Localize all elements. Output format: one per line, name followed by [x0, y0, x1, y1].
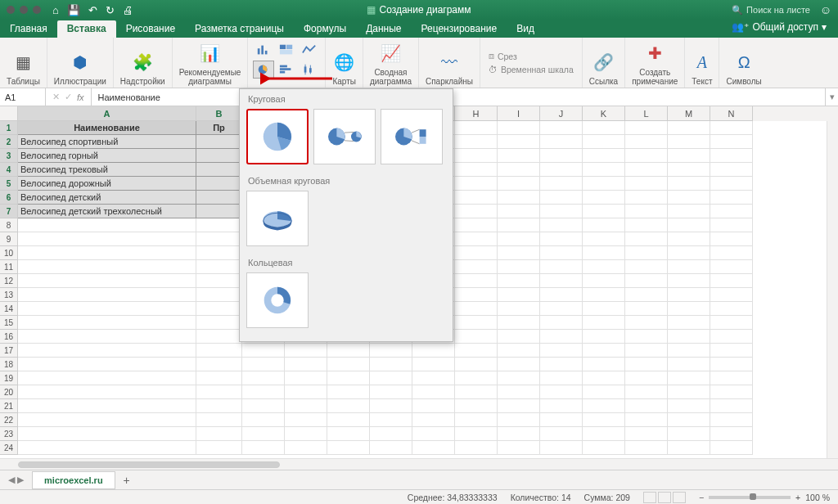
cancel-icon[interactable]: ✕	[52, 92, 60, 102]
grid-cell[interactable]	[625, 399, 668, 413]
tab-page-layout[interactable]: Разметка страницы	[185, 20, 294, 38]
grid-cell[interactable]	[668, 121, 710, 135]
row-header[interactable]: 10	[0, 246, 18, 260]
grid-cell[interactable]	[18, 316, 196, 330]
grid-cell[interactable]	[540, 288, 583, 302]
row-header[interactable]: 6	[0, 191, 18, 205]
grid-cell[interactable]: Велосипед детский	[18, 191, 196, 205]
column-header[interactable]: N	[710, 106, 753, 121]
grid-cell[interactable]	[18, 302, 196, 316]
grid-cell[interactable]	[625, 177, 668, 191]
grid-cell[interactable]	[668, 358, 710, 371]
grid-cell[interactable]	[370, 344, 412, 358]
grid-cell[interactable]	[285, 358, 327, 371]
doughnut-option[interactable]	[246, 272, 309, 328]
row-header[interactable]: 4	[0, 163, 18, 177]
grid-cell[interactable]	[327, 385, 370, 399]
grid-cell[interactable]	[710, 371, 753, 385]
grid-cell[interactable]	[498, 260, 540, 274]
grid-cell[interactable]	[710, 385, 753, 399]
row-header[interactable]: 11	[0, 260, 18, 274]
grid-cell[interactable]	[498, 288, 540, 302]
grid-cell[interactable]	[498, 413, 540, 427]
grid-cell[interactable]	[412, 344, 455, 358]
grid-cell[interactable]	[370, 413, 412, 427]
grid-cell[interactable]	[18, 358, 196, 371]
ribbon-addins[interactable]: 🧩 Надстройки	[114, 38, 173, 88]
grid-cell[interactable]	[455, 218, 498, 232]
row-header[interactable]: 18	[0, 358, 18, 371]
grid-cell[interactable]	[625, 135, 668, 149]
grid-cell[interactable]	[710, 163, 753, 177]
grid-cell[interactable]	[668, 316, 710, 330]
grid-cell[interactable]	[540, 371, 583, 385]
grid-cell[interactable]	[625, 441, 668, 455]
grid-cell[interactable]	[583, 149, 625, 163]
grid-cell[interactable]	[710, 121, 753, 135]
grid-cell[interactable]	[455, 358, 498, 371]
grid-cell[interactable]: Наименование	[18, 121, 196, 135]
grid-cell[interactable]	[498, 177, 540, 191]
grid-cell[interactable]	[18, 385, 196, 399]
window-controls[interactable]	[0, 6, 47, 14]
row-header[interactable]: 7	[0, 205, 18, 218]
grid-cell[interactable]	[196, 218, 242, 232]
grid-cell[interactable]	[583, 385, 625, 399]
undo-icon[interactable]: ↶	[88, 4, 97, 16]
grid-cell[interactable]	[583, 358, 625, 371]
grid-cell[interactable]	[327, 413, 370, 427]
grid-cell[interactable]	[668, 218, 710, 232]
grid-cell[interactable]	[625, 371, 668, 385]
grid-cell[interactable]	[710, 427, 753, 441]
grid-cell[interactable]	[242, 427, 285, 441]
grid-cell[interactable]	[668, 385, 710, 399]
grid-cell[interactable]	[498, 149, 540, 163]
home-icon[interactable]: ⌂	[52, 4, 59, 16]
grid-cell[interactable]	[710, 260, 753, 274]
grid-cell[interactable]	[668, 413, 710, 427]
sheet-nav[interactable]: ◀ ▶	[0, 475, 32, 485]
fx-icon[interactable]: fx	[77, 92, 84, 102]
confirm-icon[interactable]: ✓	[65, 92, 72, 102]
grid-cell[interactable]	[625, 288, 668, 302]
row-header[interactable]: 21	[0, 399, 18, 413]
grid-cell[interactable]	[583, 246, 625, 260]
grid-cell[interactable]	[668, 163, 710, 177]
grid-cell[interactable]	[540, 358, 583, 371]
grid-cell[interactable]	[327, 371, 370, 385]
grid-cell[interactable]	[668, 344, 710, 358]
grid-cell[interactable]	[625, 149, 668, 163]
grid-cell[interactable]	[285, 344, 327, 358]
grid-cell[interactable]	[196, 358, 242, 371]
grid-cell[interactable]	[540, 344, 583, 358]
search-box[interactable]: 🔍 Поиск на листе	[732, 5, 810, 16]
grid-cell[interactable]	[710, 205, 753, 218]
grid-cell[interactable]	[583, 427, 625, 441]
grid-cell[interactable]	[668, 371, 710, 385]
grid-cell[interactable]	[196, 413, 242, 427]
grid-cell[interactable]	[285, 399, 327, 413]
grid-cell[interactable]	[196, 441, 242, 455]
grid-cell[interactable]	[540, 427, 583, 441]
grid-cell[interactable]	[498, 163, 540, 177]
grid-cell[interactable]	[625, 358, 668, 371]
grid-cell[interactable]	[583, 344, 625, 358]
grid-cell[interactable]	[583, 260, 625, 274]
grid-cell[interactable]	[583, 399, 625, 413]
row-header[interactable]: 17	[0, 344, 18, 358]
grid-cell[interactable]: Велосипед трековый	[18, 163, 196, 177]
grid-cell[interactable]	[625, 163, 668, 177]
grid-cell[interactable]	[498, 371, 540, 385]
grid-cell[interactable]	[455, 205, 498, 218]
grid-cell[interactable]	[327, 358, 370, 371]
grid-cell[interactable]	[625, 205, 668, 218]
grid-cell[interactable]	[583, 441, 625, 455]
grid-cell[interactable]	[18, 274, 196, 288]
grid-cell[interactable]	[370, 371, 412, 385]
chart-hierarchy-button[interactable]	[276, 41, 297, 59]
grid-cell[interactable]	[668, 260, 710, 274]
formula-input[interactable]: Наименование	[92, 92, 825, 102]
grid-cell[interactable]	[668, 302, 710, 316]
grid-cell[interactable]	[18, 330, 196, 344]
grid-cell[interactable]	[625, 413, 668, 427]
